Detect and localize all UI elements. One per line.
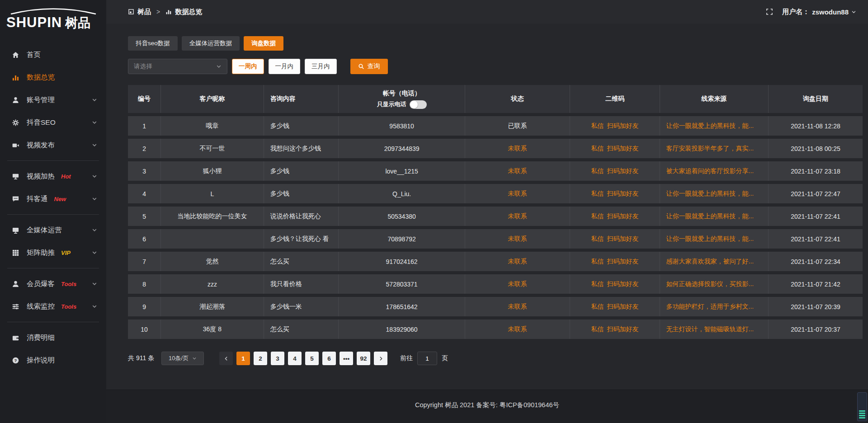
private-message-link[interactable]: 私信 [591,280,604,288]
sidebar-item-video-heat[interactable]: 视频加热 Hot [0,165,106,188]
filter-select[interactable]: 请选择 [128,59,227,74]
lead-source-link[interactable]: 如何正确选择投影仪，买投影... [660,274,769,294]
goto-page-input[interactable] [417,352,437,365]
private-message-link[interactable]: 私信 [591,235,604,243]
private-message-link[interactable]: 私信 [591,190,604,198]
page-button[interactable]: 4 [288,352,302,365]
scan-add-friend-link[interactable]: 扫码加好友 [607,167,638,175]
period-one-week-button[interactable]: 一周内 [232,59,264,74]
page-button[interactable]: 92 [357,352,370,365]
screen-icon [12,226,20,234]
cell-nickname: L [161,184,264,203]
private-message-link[interactable]: 私信 [591,122,604,130]
status-badge: 未联系 [465,252,570,271]
cell-qr: 私信扫码加好友 [570,116,660,136]
sidebar-item-home[interactable]: 首页 [0,43,106,66]
private-message-link[interactable]: 私信 [591,325,604,334]
lead-source-link[interactable]: 被大家追着问的客厅投影分享... [660,161,769,181]
breadcrumb-root[interactable]: 树品 [137,8,151,16]
cell-id: 10 [128,320,161,339]
logo-arc [8,8,99,14]
chevron-down-icon [92,250,97,255]
table-row: 5 当地比较能吃的一位美女 说说价格让我死心 50534380 未联系 私信扫码… [128,207,863,226]
tab-inquiry-data[interactable]: 询盘数据 [244,36,283,51]
private-message-link[interactable]: 私信 [591,212,604,221]
cell-id: 7 [128,252,161,271]
page-button[interactable]: 3 [271,352,284,365]
lead-source-link[interactable]: 客厅安装投影半年多了，真实... [660,139,769,158]
lead-source-link[interactable]: 让你一眼就爱上的黑科技，能... [660,207,769,226]
phone-only-toggle[interactable] [410,100,427,109]
page-size-select[interactable]: 10条/页 [161,352,204,365]
scan-add-friend-link[interactable]: 扫码加好友 [607,303,638,311]
column-header-id: 编号 [128,85,161,113]
page-button[interactable]: 2 [254,352,267,365]
scan-add-friend-link[interactable]: 扫码加好友 [607,212,638,221]
period-one-month-button[interactable]: 一月内 [269,59,301,74]
cell-account: 50534380 [339,207,465,226]
sidebar-item-consumption-detail[interactable]: 消费明细 [0,326,106,349]
scan-add-friend-link[interactable]: 扫码加好友 [607,258,638,266]
lead-source-link[interactable]: 让你一眼就爱上的黑科技，能... [660,184,769,203]
cell-date: 2021-11-07 21:42 [769,274,863,294]
user-menu[interactable]: 用户名： zswodun88 [782,8,856,16]
breadcrumb: 树品 > 数据总览 [128,8,202,16]
private-message-link[interactable]: 私信 [591,303,604,311]
status-badge: 未联系 [465,184,570,203]
sidebar-item-douyin-seo[interactable]: 抖音SEO [0,111,106,134]
logo-text-cn: 树品 [65,14,90,32]
page-button[interactable]: 6 [322,352,336,365]
lead-source-link[interactable]: 多功能护栏灯，适用于乡村文... [660,297,769,316]
sidebar-item-video-publish[interactable]: 视频发布 [0,134,106,156]
prev-page-button[interactable] [219,352,233,365]
private-message-link[interactable]: 私信 [591,258,604,266]
private-message-link[interactable]: 私信 [591,145,604,153]
table-row: 4 L 多少钱 Q_Liu. 未联系 私信扫码加好友 让你一眼就爱上的黑科技，能… [128,184,863,203]
cell-id: 2 [128,139,161,158]
sidebar-item-member-baoke[interactable]: 会员爆客 Tools [0,273,106,295]
scan-add-friend-link[interactable]: 扫码加好友 [607,235,638,243]
sidebar-item-omni-media[interactable]: 全媒体运营 [0,219,106,241]
sidebar-item-account-management[interactable]: 账号管理 [0,89,106,111]
cell-content: 我只看价格 [264,274,339,294]
scan-add-friend-link[interactable]: 扫码加好友 [607,280,638,288]
sidebar-item-matrix-boost[interactable]: 矩阵助推 VIP [0,241,106,264]
lead-source-link[interactable]: 无主灯设计，智能磁吸轨道灯... [660,320,769,339]
sidebar-item-instructions[interactable]: 操作说明 [0,349,106,371]
scan-add-friend-link[interactable]: 扫码加好友 [607,325,638,334]
chevron-down-icon [216,64,222,69]
lead-source-link[interactable]: 感谢大家喜欢我家，被问了好... [660,252,769,271]
table-row: 8 zzz 我只看价格 572803371 未联系 私信扫码加好友 如何正确选择… [128,274,863,294]
scan-add-friend-link[interactable]: 扫码加好友 [607,122,638,130]
cell-nickname: 狐小狸 [161,161,264,181]
fullscreen-icon[interactable] [766,8,773,15]
page-button[interactable]: 1 [236,352,250,365]
cell-id: 5 [128,207,161,226]
floating-widget[interactable] [857,392,867,421]
chevron-down-icon [92,142,97,148]
tab-douyin-seo-data[interactable]: 抖音seo数据 [128,36,178,51]
search-button[interactable]: 查询 [350,59,388,74]
period-three-months-button[interactable]: 三月内 [305,59,337,74]
table-row: 7 觉然 怎么买 917024162 未联系 私信扫码加好友 感谢大家喜欢我家，… [128,252,863,271]
page-button[interactable]: 5 [305,352,319,365]
wallet-icon [12,334,20,342]
lead-source-link[interactable]: 让你一眼就爱上的黑科技，能... [660,116,769,136]
tab-omni-media-data[interactable]: 全媒体运营数据 [182,36,240,51]
sidebar-item-douketong[interactable]: 抖客通 New [0,188,106,210]
topbar-right: 用户名： zswodun88 [766,8,856,16]
lead-source-link[interactable]: 让你一眼就爱上的黑科技，能... [660,229,769,249]
sidebar-item-data-overview[interactable]: 数据总览 [0,66,106,89]
scan-add-friend-link[interactable]: 扫码加好友 [607,145,638,153]
table-row: 9 潮起潮落 多少钱一米 178651642 未联系 私信扫码加好友 多功能护栏… [128,297,863,316]
cell-content: 我想问这个多少钱 [264,139,339,158]
page-ellipsis[interactable]: ••• [340,352,353,365]
sidebar-item-lead-monitor[interactable]: 线索监控 Tools [0,295,106,318]
private-message-link[interactable]: 私信 [591,167,604,175]
column-header-inquiry-date: 询盘日期 [769,85,863,113]
sidebar-divider [7,160,99,161]
scan-add-friend-link[interactable]: 扫码加好友 [607,190,638,198]
table-row: 6 多少钱？让我死心 看 70898792 未联系 私信扫码加好友 让你一眼就爱… [128,229,863,249]
next-page-button[interactable] [374,352,387,365]
app-crumb-icon [128,9,134,15]
